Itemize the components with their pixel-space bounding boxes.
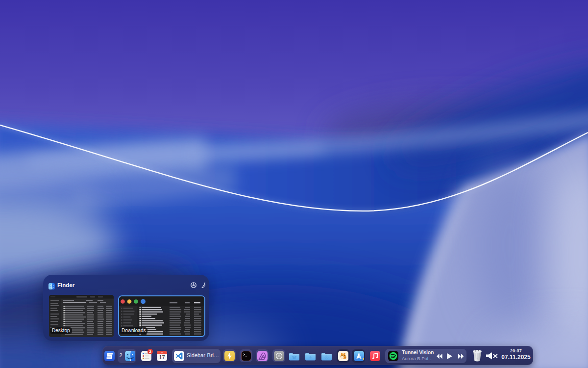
svg-text:17: 17 [159, 354, 165, 360]
svg-text:JUL: JUL [160, 352, 163, 354]
